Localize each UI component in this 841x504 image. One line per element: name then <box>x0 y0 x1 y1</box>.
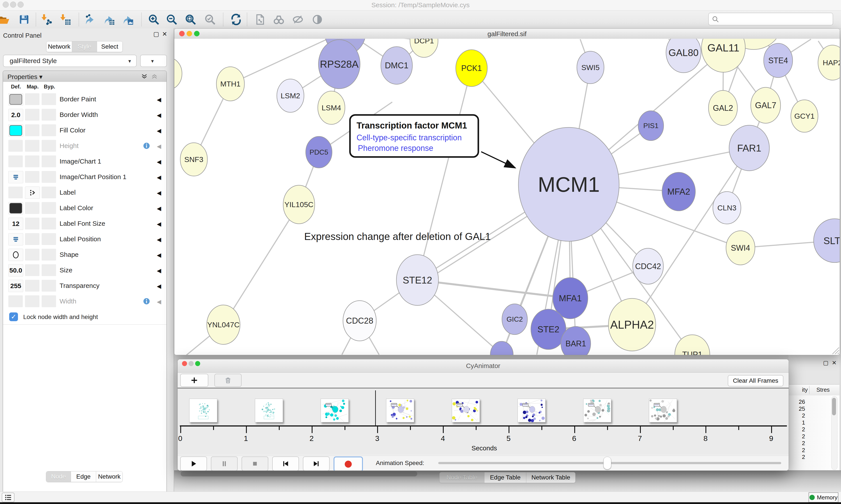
frame-thumbnail-3[interactable] <box>386 399 414 422</box>
bypass-cell[interactable] <box>42 280 56 292</box>
bypass-cell[interactable] <box>42 202 56 214</box>
default-value-cell[interactable] <box>8 93 23 106</box>
close-panel-icon[interactable]: ✕ <box>162 31 167 37</box>
mapping-cell[interactable] <box>25 124 39 136</box>
expand-row-icon[interactable]: ◀ <box>157 252 161 258</box>
expand-row-icon[interactable]: ◀ <box>157 159 161 165</box>
table-cell-value[interactable]: 2 <box>788 454 805 461</box>
export-image-icon[interactable] <box>122 14 133 25</box>
mapping-cell[interactable] <box>25 233 39 245</box>
property-row-label[interactable]: Label◀ <box>3 185 166 201</box>
mapping-cell[interactable] <box>25 93 39 105</box>
bypass-cell[interactable] <box>42 140 56 152</box>
frame-thumbnail-4[interactable] <box>452 399 480 422</box>
default-value-cell[interactable]: 2.0 <box>8 109 23 121</box>
network-node-lsm4[interactable]: LSM4 <box>318 91 345 124</box>
network-node-cln3[interactable]: CLN3 <box>713 192 741 224</box>
table-cell-value[interactable]: 1 <box>788 419 805 426</box>
import-network-icon[interactable] <box>41 14 52 25</box>
horizontal-scrollbar[interactable] <box>181 471 417 476</box>
record-button[interactable] <box>334 456 363 471</box>
play-button[interactable] <box>180 456 207 471</box>
default-value-cell[interactable] <box>8 171 23 183</box>
mapping-cell[interactable] <box>25 202 39 214</box>
zoom-out-icon[interactable] <box>166 14 177 25</box>
network-node-far1[interactable]: FAR1 <box>729 125 769 171</box>
default-value-cell[interactable] <box>8 156 23 167</box>
bypass-cell[interactable] <box>42 109 56 121</box>
pause-button[interactable] <box>211 456 238 471</box>
bypass-cell[interactable] <box>42 249 56 260</box>
mapping-cell[interactable] <box>25 186 40 199</box>
save-session-icon[interactable] <box>18 14 30 25</box>
property-row-image-chart-1[interactable]: Image/Chart 1◀ <box>3 154 166 169</box>
bypass-cell[interactable] <box>42 186 56 198</box>
style-select[interactable]: galFiltered Style ▾ <box>3 55 137 67</box>
table-cell-value[interactable]: 2 <box>788 412 805 419</box>
network-node-dcp1[interactable]: DCP1 <box>410 39 438 57</box>
network-node-swi5[interactable]: SWI5 <box>577 51 604 84</box>
expand-all-icon[interactable] <box>141 73 148 80</box>
caption-annotation[interactable]: Expression change after deletion of GAL1 <box>304 231 491 242</box>
property-row-size[interactable]: 50.0Size◀ <box>3 263 166 278</box>
tab-node[interactable]: Node <box>46 471 71 482</box>
expand-row-icon[interactable]: ◀ <box>157 127 161 134</box>
memory-button[interactable]: Memory <box>809 492 838 502</box>
network-node-pdc5[interactable]: PDC5 <box>306 137 332 168</box>
network-node-pck1[interactable]: PCK1 <box>456 50 487 87</box>
expand-row-icon[interactable]: ◀ <box>157 205 161 212</box>
tab-edge-table[interactable]: Edge Table <box>484 472 526 483</box>
default-value-cell[interactable]: 50.0 <box>8 264 23 276</box>
mapping-cell[interactable] <box>25 171 39 183</box>
network-node-gal80[interactable]: GAL80 <box>666 39 701 73</box>
frame-thumbnail-0[interactable] <box>189 399 217 422</box>
mapping-cell[interactable] <box>25 140 39 152</box>
clear-all-frames-button[interactable]: Clear All Frames <box>728 375 783 386</box>
network-node-cdc28[interactable]: CDC28 <box>343 301 376 341</box>
network-node-ynl047c[interactable]: YNL047C <box>207 305 240 344</box>
delete-frame-button[interactable] <box>214 374 241 387</box>
network-node-hap2[interactable]: HAP2 <box>818 45 840 80</box>
timeline-playhead[interactable] <box>375 390 376 426</box>
show-graphics-details-icon[interactable] <box>312 14 323 25</box>
frame-thumbnail-5[interactable] <box>518 399 545 422</box>
zoom-fit-icon[interactable] <box>185 14 196 25</box>
frame-thumbnail-7[interactable] <box>649 399 677 422</box>
network-node-yil105c[interactable]: YIL105C <box>283 185 315 224</box>
default-value-cell[interactable]: 12 <box>8 218 23 230</box>
refresh-view-icon[interactable] <box>230 14 242 25</box>
network-node-mfa2[interactable]: MFA2 <box>662 172 695 211</box>
float-panel-icon[interactable]: ▢ <box>823 360 828 366</box>
property-row-shape[interactable]: Shape◀ <box>3 247 166 263</box>
open-session-icon[interactable] <box>0 14 9 25</box>
expand-row-icon[interactable]: ◀ <box>157 283 161 290</box>
tab-network[interactable]: Network <box>96 471 122 482</box>
network-node[interactable] <box>174 58 182 89</box>
network-node-ste12[interactable]: STE12 <box>396 255 439 305</box>
table-cell-value[interactable]: 2 <box>788 447 805 454</box>
search-input[interactable] <box>721 15 829 23</box>
network-node-alpha2[interactable]: ALPHA2 <box>608 299 656 351</box>
stop-button[interactable] <box>241 456 268 471</box>
network-node-gic2[interactable]: GIC2 <box>502 304 527 335</box>
export-table-icon[interactable] <box>103 14 115 25</box>
go-to-end-button[interactable] <box>303 456 329 471</box>
property-row-label-position[interactable]: Label Position◀ <box>3 231 166 247</box>
property-row-label-color[interactable]: Label Color◀ <box>3 200 166 216</box>
network-titlebar[interactable]: galFiltered.sif <box>174 29 840 39</box>
table-cell-value[interactable]: 2 <box>788 440 805 447</box>
bypass-cell[interactable] <box>42 264 56 276</box>
property-row-height[interactable]: Height◀ <box>3 138 166 154</box>
expand-row-icon[interactable]: ◀ <box>157 190 161 196</box>
network-node-gal2[interactable]: GAL2 <box>709 90 737 125</box>
info-icon[interactable] <box>143 298 150 306</box>
expand-row-icon[interactable]: ◀ <box>157 96 161 103</box>
bypass-cell[interactable] <box>42 93 56 105</box>
table-scrollbar[interactable] <box>831 396 838 470</box>
frame-thumbnail-6[interactable] <box>583 399 611 422</box>
network-node-gal11[interactable]: GAL11 <box>701 39 745 72</box>
animation-speed-slider-thumb[interactable] <box>603 457 611 469</box>
bypass-cell[interactable] <box>42 171 56 183</box>
mapping-cell[interactable] <box>25 249 39 260</box>
table-cell-value[interactable]: 25 <box>788 406 805 412</box>
